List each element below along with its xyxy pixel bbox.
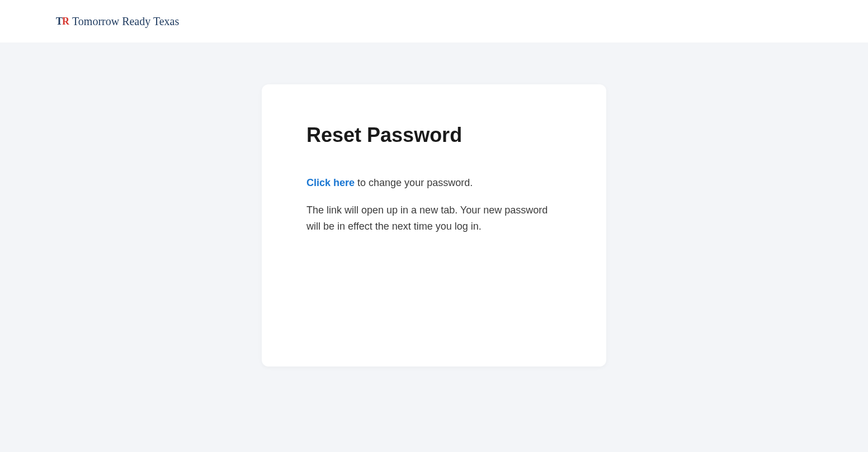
logo-letter-r: R [62, 16, 69, 27]
reset-instruction: Click here to change your password. [306, 175, 562, 191]
logo-initials: TR [56, 16, 69, 27]
main-content: Reset Password Click here to change your… [0, 42, 868, 367]
card-title: Reset Password [306, 123, 562, 147]
page-header: TR Tomorrow Ready Texas [0, 0, 868, 42]
logo-text: Tomorrow Ready Texas [72, 15, 179, 28]
reset-password-card: Reset Password Click here to change your… [262, 84, 606, 367]
reset-description: The link will open up in a new tab. Your… [306, 202, 562, 235]
instruction-suffix: to change your password. [355, 177, 473, 188]
logo-letter-t: T [56, 16, 62, 27]
logo[interactable]: TR Tomorrow Ready Texas [56, 15, 179, 28]
click-here-link[interactable]: Click here [306, 177, 355, 188]
